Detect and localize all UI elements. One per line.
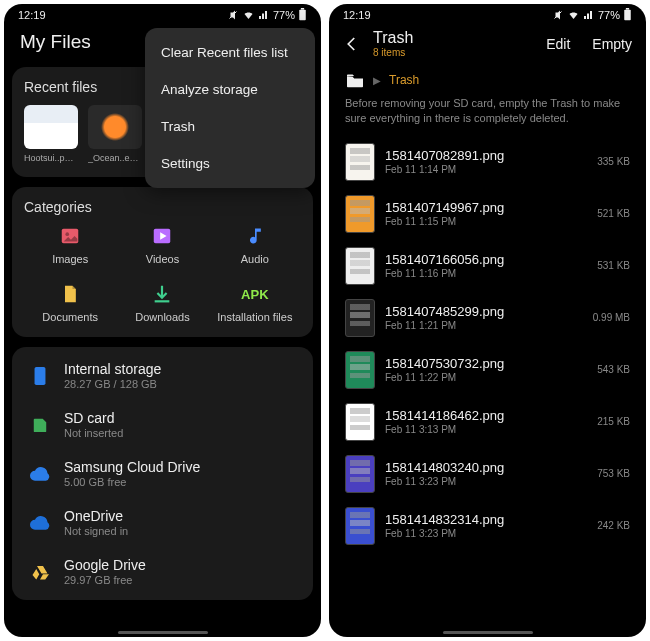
storage-sub: Not inserted (64, 427, 123, 439)
storage-sd-card[interactable]: SD cardNot inserted (24, 400, 301, 449)
file-thumbnail (345, 195, 375, 233)
storage-name: SD card (64, 410, 123, 426)
category-label: Downloads (135, 311, 189, 323)
storage-name: Google Drive (64, 557, 146, 573)
status-bar: 12:19 77% (329, 4, 646, 23)
status-bar: 12:19 77% (4, 4, 321, 23)
storage-sub: 29.97 GB free (64, 574, 146, 586)
wifi-icon (242, 9, 255, 21)
screen-my-files: 12:19 77% My Files Recent files Hootsui.… (4, 4, 321, 637)
file-row[interactable]: 1581414186462.pngFeb 11 3:13 PM215 KB (329, 396, 646, 448)
file-thumbnail (345, 507, 375, 545)
category-images[interactable]: Images (24, 225, 116, 265)
file-size: 521 KB (597, 208, 630, 219)
menu-item-clear-recent-files-list[interactable]: Clear Recent files list (145, 34, 315, 71)
file-name: 1581414832314.png (385, 512, 587, 527)
overflow-menu: Clear Recent files listAnalyze storageTr… (145, 28, 315, 188)
breadcrumb: ▶ Trash (329, 62, 646, 96)
back-button[interactable] (343, 35, 361, 53)
storage-name: Internal storage (64, 361, 161, 377)
file-size: 753 KB (597, 468, 630, 479)
svg-rect-9 (626, 8, 629, 10)
category-downloads[interactable]: Downloads (116, 283, 208, 323)
mute-icon (552, 9, 564, 21)
file-name: 1581407485299.png (385, 304, 583, 319)
menu-item-trash[interactable]: Trash (145, 108, 315, 145)
empty-button[interactable]: Empty (592, 36, 632, 52)
menu-item-settings[interactable]: Settings (145, 145, 315, 182)
file-date: Feb 11 3:23 PM (385, 476, 587, 487)
file-row[interactable]: 1581407149967.pngFeb 11 1:15 PM521 KB (329, 188, 646, 240)
file-list[interactable]: 1581407082891.pngFeb 11 1:14 PM335 KB158… (329, 136, 646, 631)
file-size: 543 KB (597, 364, 630, 375)
file-size: 215 KB (597, 416, 630, 427)
file-name: 1581407166056.png (385, 252, 587, 267)
storage-samsung-cloud-drive[interactable]: Samsung Cloud Drive5.00 GB free (24, 449, 301, 498)
wifi-icon (567, 9, 580, 21)
categories-title: Categories (24, 199, 301, 215)
file-row[interactable]: 1581407166056.pngFeb 11 1:16 PM531 KB (329, 240, 646, 292)
thumbnail (24, 105, 78, 149)
file-date: Feb 11 3:13 PM (385, 424, 587, 435)
category-icon (245, 225, 265, 247)
storage-card: Internal storage28.27 GB / 128 GBSD card… (12, 347, 313, 600)
category-label: Installation files (217, 311, 292, 323)
storage-sub: 28.27 GB / 128 GB (64, 378, 161, 390)
thumbnail (88, 105, 142, 149)
storage-icon (28, 516, 52, 530)
category-icon (59, 225, 81, 247)
file-thumbnail (345, 247, 375, 285)
storage-onedrive[interactable]: OneDriveNot signed in (24, 498, 301, 547)
category-videos[interactable]: Videos (116, 225, 208, 265)
recent-file-name: _Ocean..ed.a (88, 153, 142, 163)
file-size: 0.99 MB (593, 312, 630, 323)
status-time: 12:19 (343, 9, 371, 21)
storage-sub: Not signed in (64, 525, 128, 537)
file-name: 1581407149967.png (385, 200, 587, 215)
category-icon (151, 283, 173, 305)
file-name: 1581414803240.png (385, 460, 587, 475)
menu-item-analyze-storage[interactable]: Analyze storage (145, 71, 315, 108)
category-icon (60, 283, 80, 305)
mute-icon (227, 9, 239, 21)
battery-icon (623, 8, 632, 21)
file-thumbnail (345, 455, 375, 493)
category-documents[interactable]: Documents (24, 283, 116, 323)
trash-note: Before removing your SD card, empty the … (329, 96, 646, 136)
status-time: 12:19 (18, 9, 46, 21)
home-indicator (443, 631, 533, 634)
edit-button[interactable]: Edit (546, 36, 570, 52)
chevron-right-icon: ▶ (373, 75, 381, 86)
trash-count: 8 items (373, 47, 524, 58)
category-installation-files[interactable]: APKInstallation files (209, 283, 301, 323)
screen-trash: 12:19 77% Trash 8 items Edit Empty (329, 4, 646, 637)
file-row[interactable]: 1581414803240.pngFeb 11 3:23 PM753 KB (329, 448, 646, 500)
storage-sub: 5.00 GB free (64, 476, 200, 488)
storage-google-drive[interactable]: Google Drive29.97 GB free (24, 547, 301, 596)
storage-icon (28, 366, 52, 386)
file-date: Feb 11 1:22 PM (385, 372, 587, 383)
svg-rect-8 (624, 10, 631, 21)
file-row[interactable]: 1581414832314.pngFeb 11 3:23 PM242 KB (329, 500, 646, 552)
recent-file[interactable]: _Ocean..ed.a (88, 105, 142, 163)
file-thumbnail (345, 299, 375, 337)
file-thumbnail (345, 403, 375, 441)
trash-header: Trash 8 items Edit Empty (329, 23, 646, 62)
storage-icon (28, 467, 52, 481)
storage-icon (28, 416, 52, 434)
file-thumbnail (345, 143, 375, 181)
home-icon[interactable] (345, 72, 365, 88)
file-row[interactable]: 1581407485299.pngFeb 11 1:21 PM0.99 MB (329, 292, 646, 344)
file-date: Feb 11 1:15 PM (385, 216, 587, 227)
category-icon (151, 225, 173, 247)
storage-name: Samsung Cloud Drive (64, 459, 200, 475)
category-audio[interactable]: Audio (209, 225, 301, 265)
file-size: 531 KB (597, 260, 630, 271)
recent-file[interactable]: Hootsui..pp.jpg (24, 105, 78, 163)
storage-name: OneDrive (64, 508, 128, 524)
file-row[interactable]: 1581407082891.pngFeb 11 1:14 PM335 KB (329, 136, 646, 188)
battery-icon (298, 8, 307, 21)
file-date: Feb 11 1:21 PM (385, 320, 583, 331)
file-row[interactable]: 1581407530732.pngFeb 11 1:22 PM543 KB (329, 344, 646, 396)
storage-internal-storage[interactable]: Internal storage28.27 GB / 128 GB (24, 351, 301, 400)
